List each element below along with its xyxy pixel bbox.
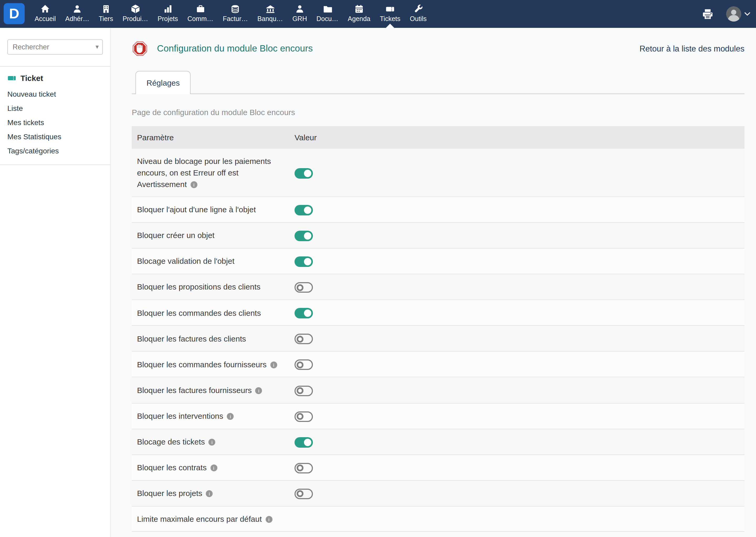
sidebar-item-tags-cat-gories[interactable]: Tags/catégories: [0, 144, 110, 158]
search-caret-icon[interactable]: ▾: [95, 43, 99, 51]
nav-item-grh[interactable]: GRH: [288, 0, 312, 28]
param-label: Bloquer les contrats: [137, 463, 207, 472]
toggle-knob: [296, 465, 303, 471]
toggle-on[interactable]: [294, 168, 313, 178]
value-cell: [289, 149, 744, 197]
param-cell: Bloquer les interventionsi: [132, 403, 289, 429]
toggle-off[interactable]: [294, 463, 313, 473]
search-box: ▾: [7, 39, 103, 55]
toggle-off[interactable]: [294, 411, 313, 422]
nav-item-label: Banqu…: [257, 15, 283, 22]
print-icon[interactable]: [702, 8, 713, 20]
nav-item-produi[interactable]: Produi…: [118, 0, 153, 28]
info-icon[interactable]: i: [209, 438, 215, 445]
nav-item-comm[interactable]: Comm…: [183, 0, 218, 28]
param-label: Bloquer les commandes des clients: [137, 308, 261, 317]
sidebar-item-liste[interactable]: Liste: [0, 102, 110, 116]
table-row: Limite maximale encours par défauti: [132, 506, 744, 532]
toggle-off[interactable]: [294, 334, 313, 345]
billing-icon: [231, 4, 240, 14]
nav-item-adh-r[interactable]: Adhér…: [61, 0, 94, 28]
nav-item-label: Produi…: [123, 15, 148, 22]
value-cell: [289, 377, 744, 403]
ticket-icon: [7, 73, 16, 82]
info-icon[interactable]: i: [270, 361, 277, 368]
toggle-on[interactable]: [294, 437, 313, 447]
nav-item-label: Tiers: [99, 15, 113, 22]
tabs: Réglages: [132, 70, 744, 94]
info-icon[interactable]: i: [265, 516, 272, 522]
nav-item-label: Adhér…: [65, 15, 90, 22]
info-icon[interactable]: i: [210, 464, 217, 471]
sidebar: ▾ Ticket Nouveau ticketListeMes ticketsM…: [0, 28, 111, 537]
param-label: Blocage validation de l'objet: [137, 257, 234, 266]
toggle-knob: [296, 387, 303, 394]
nav-item-agenda[interactable]: Agenda: [343, 0, 375, 28]
toggle-off[interactable]: [294, 488, 313, 499]
sidebar-item-nouveau-ticket[interactable]: Nouveau ticket: [0, 87, 110, 102]
toggle-on[interactable]: [294, 205, 313, 216]
sidebar-item-mes-tickets[interactable]: Mes tickets: [0, 116, 110, 130]
info-icon[interactable]: i: [227, 413, 234, 420]
param-cell: Bloquer les factures fournisseursi: [132, 377, 289, 403]
page-title: Configuration du module Bloc encours: [157, 43, 313, 54]
toggle-off[interactable]: [294, 282, 313, 293]
nav-item-tiers[interactable]: Tiers: [94, 0, 118, 28]
table-row: Bloquer les projetsi: [132, 480, 744, 506]
value-cell: [289, 403, 744, 429]
nav-item-docu[interactable]: Docu…: [312, 0, 343, 28]
info-icon[interactable]: i: [191, 181, 197, 188]
nav-item-factur[interactable]: Factur…: [218, 0, 253, 28]
toggle-knob: [304, 310, 311, 317]
nav-item-accueil[interactable]: Accueil: [30, 0, 61, 28]
info-icon[interactable]: i: [206, 490, 213, 497]
value-cell: [289, 480, 744, 506]
nav-item-projets[interactable]: Projets: [153, 0, 183, 28]
tab-reglages[interactable]: Réglages: [135, 71, 191, 94]
param-label: Blocage des tickets: [137, 437, 205, 446]
param-cell: Bloquer les propositions des clients: [132, 274, 289, 300]
table-row: Bloquer créer un objet: [132, 223, 744, 249]
sidebar-section-ticket: Ticket: [0, 67, 110, 87]
nav-item-label: Outils: [410, 15, 427, 22]
toggle-on[interactable]: [294, 231, 313, 241]
documents-icon: [322, 4, 332, 14]
toggle-on[interactable]: [294, 257, 313, 267]
navbar-menu: AccueilAdhér…TiersProdui…ProjetsComm…Fac…: [30, 0, 431, 28]
table-row: Bloquer les interventionsi: [132, 403, 744, 429]
search-input[interactable]: [7, 39, 103, 55]
value-cell: [289, 197, 744, 223]
toggle-on[interactable]: [294, 308, 313, 319]
module-stop-icon: [132, 40, 148, 57]
sidebar-menu: Nouveau ticketListeMes ticketsMes Statis…: [0, 87, 110, 158]
agenda-icon: [354, 4, 364, 14]
param-cell: Bloquer les factures des clients: [132, 326, 289, 351]
value-cell: [289, 326, 744, 351]
value-cell: [289, 249, 744, 274]
nav-item-banqu[interactable]: Banqu…: [253, 0, 288, 28]
user-avatar[interactable]: [726, 6, 741, 21]
nav-item-label: Accueil: [35, 15, 56, 22]
chevron-down-icon[interactable]: [743, 10, 751, 18]
toggle-knob: [296, 284, 303, 291]
bank-icon: [265, 4, 275, 14]
param-cell: Bloquer les contratsi: [132, 455, 289, 480]
param-label: Bloquer les projets: [137, 488, 202, 497]
toggle-off[interactable]: [294, 386, 313, 396]
param-label: Niveau de blocage pour les paiements enc…: [137, 157, 271, 188]
param-cell: Bloquer les projetsi: [132, 480, 289, 506]
table-row: Niveau de blocage pour les paiements enc…: [132, 149, 744, 197]
page-description: Page de configuration du module Bloc enc…: [132, 108, 744, 117]
sidebar-item-mes-statistiques[interactable]: Mes Statistiques: [0, 130, 110, 144]
commerce-icon: [196, 4, 205, 14]
toggle-knob: [304, 207, 311, 214]
info-icon[interactable]: i: [255, 387, 262, 394]
app-logo[interactable]: D: [4, 3, 25, 24]
nav-item-outils[interactable]: Outils: [405, 0, 431, 28]
value-cell: [289, 506, 744, 532]
back-to-modules-link[interactable]: Retour à la liste des modules: [639, 44, 744, 53]
table-header-row: Paramètre Valeur: [132, 126, 744, 149]
nav-item-tickets[interactable]: Tickets: [375, 0, 405, 28]
toggle-off[interactable]: [294, 360, 313, 370]
hrm-icon: [295, 4, 305, 14]
